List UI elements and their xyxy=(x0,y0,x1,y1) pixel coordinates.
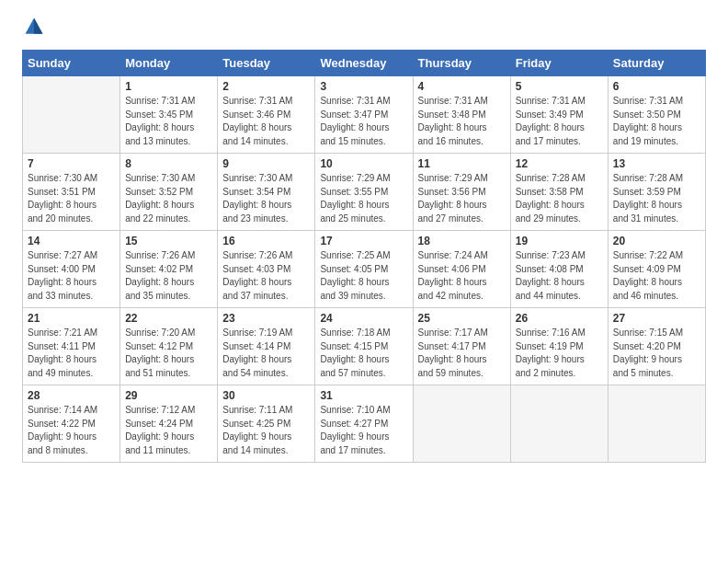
weekday-header-sunday: Sunday xyxy=(23,51,120,76)
calendar-cell: 8Sunrise: 7:30 AM Sunset: 3:52 PM Daylig… xyxy=(120,154,218,231)
day-number: 14 xyxy=(28,235,115,247)
calendar-cell: 15Sunrise: 7:26 AM Sunset: 4:02 PM Dayli… xyxy=(120,231,218,308)
weekday-header-monday: Monday xyxy=(120,51,218,76)
day-number: 15 xyxy=(125,235,212,247)
calendar-cell: 6Sunrise: 7:31 AM Sunset: 3:50 PM Daylig… xyxy=(608,76,705,154)
week-row-1: 1Sunrise: 7:31 AM Sunset: 3:45 PM Daylig… xyxy=(23,76,706,154)
page-header xyxy=(22,18,706,40)
day-number: 19 xyxy=(516,235,603,247)
day-info: Sunrise: 7:31 AM Sunset: 3:50 PM Dayligh… xyxy=(613,95,700,148)
day-number: 4 xyxy=(418,80,506,93)
day-number: 10 xyxy=(320,157,407,170)
calendar-cell: 21Sunrise: 7:21 AM Sunset: 4:11 PM Dayli… xyxy=(23,308,120,385)
calendar-cell: 28Sunrise: 7:14 AM Sunset: 4:22 PM Dayli… xyxy=(23,385,120,463)
day-number: 18 xyxy=(418,235,506,247)
day-number: 21 xyxy=(28,312,115,325)
calendar-cell: 11Sunrise: 7:29 AM Sunset: 3:56 PM Dayli… xyxy=(413,154,510,231)
calendar-cell: 25Sunrise: 7:17 AM Sunset: 4:17 PM Dayli… xyxy=(413,308,510,385)
calendar-cell: 18Sunrise: 7:24 AM Sunset: 4:06 PM Dayli… xyxy=(413,231,510,308)
calendar-cell: 13Sunrise: 7:28 AM Sunset: 3:59 PM Dayli… xyxy=(608,154,705,231)
day-number: 29 xyxy=(125,389,212,402)
calendar-cell: 29Sunrise: 7:12 AM Sunset: 4:24 PM Dayli… xyxy=(120,385,218,463)
day-number: 3 xyxy=(320,80,407,93)
day-info: Sunrise: 7:19 AM Sunset: 4:14 PM Dayligh… xyxy=(222,327,310,380)
day-info: Sunrise: 7:31 AM Sunset: 3:48 PM Dayligh… xyxy=(418,95,506,148)
day-number: 23 xyxy=(222,312,310,325)
logo xyxy=(22,18,44,40)
calendar-cell: 5Sunrise: 7:31 AM Sunset: 3:49 PM Daylig… xyxy=(510,76,608,154)
day-number: 6 xyxy=(613,80,700,93)
day-info: Sunrise: 7:29 AM Sunset: 3:55 PM Dayligh… xyxy=(320,172,407,225)
day-info: Sunrise: 7:28 AM Sunset: 3:59 PM Dayligh… xyxy=(613,172,700,225)
day-number: 12 xyxy=(516,157,603,170)
day-number: 20 xyxy=(613,235,700,247)
calendar-cell: 24Sunrise: 7:18 AM Sunset: 4:15 PM Dayli… xyxy=(315,308,413,385)
calendar-cell: 4Sunrise: 7:31 AM Sunset: 3:48 PM Daylig… xyxy=(413,76,510,154)
day-info: Sunrise: 7:26 AM Sunset: 4:03 PM Dayligh… xyxy=(222,249,310,303)
day-info: Sunrise: 7:31 AM Sunset: 3:45 PM Dayligh… xyxy=(125,95,212,148)
day-info: Sunrise: 7:31 AM Sunset: 3:46 PM Dayligh… xyxy=(222,95,310,148)
day-number: 2 xyxy=(222,80,310,93)
calendar-cell: 23Sunrise: 7:19 AM Sunset: 4:14 PM Dayli… xyxy=(218,308,315,385)
day-info: Sunrise: 7:27 AM Sunset: 4:00 PM Dayligh… xyxy=(28,249,115,303)
weekday-header-saturday: Saturday xyxy=(608,51,705,76)
calendar-cell xyxy=(23,76,120,154)
calendar-cell xyxy=(608,385,705,463)
calendar-cell: 14Sunrise: 7:27 AM Sunset: 4:00 PM Dayli… xyxy=(23,231,120,308)
calendar-cell: 27Sunrise: 7:15 AM Sunset: 4:20 PM Dayli… xyxy=(608,308,705,385)
day-number: 25 xyxy=(418,312,506,325)
day-info: Sunrise: 7:17 AM Sunset: 4:17 PM Dayligh… xyxy=(418,327,506,380)
day-number: 9 xyxy=(222,157,310,170)
weekday-header-thursday: Thursday xyxy=(413,51,510,76)
day-info: Sunrise: 7:12 AM Sunset: 4:24 PM Dayligh… xyxy=(125,404,212,457)
svg-marker-1 xyxy=(34,18,42,34)
day-number: 27 xyxy=(613,312,700,325)
calendar-cell: 9Sunrise: 7:30 AM Sunset: 3:54 PM Daylig… xyxy=(218,154,315,231)
week-row-4: 21Sunrise: 7:21 AM Sunset: 4:11 PM Dayli… xyxy=(23,308,706,385)
day-number: 31 xyxy=(320,389,407,402)
day-info: Sunrise: 7:14 AM Sunset: 4:22 PM Dayligh… xyxy=(28,404,115,457)
weekday-header-tuesday: Tuesday xyxy=(218,51,315,76)
weekday-header-friday: Friday xyxy=(510,51,608,76)
day-info: Sunrise: 7:20 AM Sunset: 4:12 PM Dayligh… xyxy=(125,327,212,380)
day-number: 16 xyxy=(222,235,310,247)
day-info: Sunrise: 7:31 AM Sunset: 3:49 PM Dayligh… xyxy=(516,95,603,148)
day-number: 28 xyxy=(28,389,115,402)
day-info: Sunrise: 7:16 AM Sunset: 4:19 PM Dayligh… xyxy=(516,327,603,380)
week-row-3: 14Sunrise: 7:27 AM Sunset: 4:00 PM Dayli… xyxy=(23,231,706,308)
day-number: 24 xyxy=(320,312,407,325)
weekday-header-row: SundayMondayTuesdayWednesdayThursdayFrid… xyxy=(23,51,706,76)
day-info: Sunrise: 7:11 AM Sunset: 4:25 PM Dayligh… xyxy=(222,404,310,457)
calendar-cell: 7Sunrise: 7:30 AM Sunset: 3:51 PM Daylig… xyxy=(23,154,120,231)
day-info: Sunrise: 7:21 AM Sunset: 4:11 PM Dayligh… xyxy=(28,327,115,380)
logo-icon xyxy=(24,17,44,37)
week-row-2: 7Sunrise: 7:30 AM Sunset: 3:51 PM Daylig… xyxy=(23,154,706,231)
day-info: Sunrise: 7:15 AM Sunset: 4:20 PM Dayligh… xyxy=(613,327,700,380)
day-number: 17 xyxy=(320,235,407,247)
calendar-cell: 2Sunrise: 7:31 AM Sunset: 3:46 PM Daylig… xyxy=(218,76,315,154)
day-info: Sunrise: 7:28 AM Sunset: 3:58 PM Dayligh… xyxy=(516,172,603,225)
calendar-cell: 10Sunrise: 7:29 AM Sunset: 3:55 PM Dayli… xyxy=(315,154,413,231)
calendar-cell: 31Sunrise: 7:10 AM Sunset: 4:27 PM Dayli… xyxy=(315,385,413,463)
calendar-table: SundayMondayTuesdayWednesdayThursdayFrid… xyxy=(22,50,706,463)
day-info: Sunrise: 7:22 AM Sunset: 4:09 PM Dayligh… xyxy=(613,249,700,303)
calendar-cell: 16Sunrise: 7:26 AM Sunset: 4:03 PM Dayli… xyxy=(218,231,315,308)
day-number: 30 xyxy=(222,389,310,402)
day-number: 26 xyxy=(516,312,603,325)
day-number: 5 xyxy=(516,80,603,93)
day-info: Sunrise: 7:30 AM Sunset: 3:52 PM Dayligh… xyxy=(125,172,212,225)
day-info: Sunrise: 7:30 AM Sunset: 3:51 PM Dayligh… xyxy=(28,172,115,225)
day-info: Sunrise: 7:24 AM Sunset: 4:06 PM Dayligh… xyxy=(418,249,506,303)
week-row-5: 28Sunrise: 7:14 AM Sunset: 4:22 PM Dayli… xyxy=(23,385,706,463)
day-info: Sunrise: 7:30 AM Sunset: 3:54 PM Dayligh… xyxy=(222,172,310,225)
day-info: Sunrise: 7:23 AM Sunset: 4:08 PM Dayligh… xyxy=(516,249,603,303)
day-number: 8 xyxy=(125,157,212,170)
calendar-cell: 3Sunrise: 7:31 AM Sunset: 3:47 PM Daylig… xyxy=(315,76,413,154)
day-number: 1 xyxy=(125,80,212,93)
day-info: Sunrise: 7:26 AM Sunset: 4:02 PM Dayligh… xyxy=(125,249,212,303)
calendar-cell: 20Sunrise: 7:22 AM Sunset: 4:09 PM Dayli… xyxy=(608,231,705,308)
calendar-cell: 26Sunrise: 7:16 AM Sunset: 4:19 PM Dayli… xyxy=(510,308,608,385)
calendar-cell: 1Sunrise: 7:31 AM Sunset: 3:45 PM Daylig… xyxy=(120,76,218,154)
day-info: Sunrise: 7:10 AM Sunset: 4:27 PM Dayligh… xyxy=(320,404,407,457)
calendar-cell: 19Sunrise: 7:23 AM Sunset: 4:08 PM Dayli… xyxy=(510,231,608,308)
